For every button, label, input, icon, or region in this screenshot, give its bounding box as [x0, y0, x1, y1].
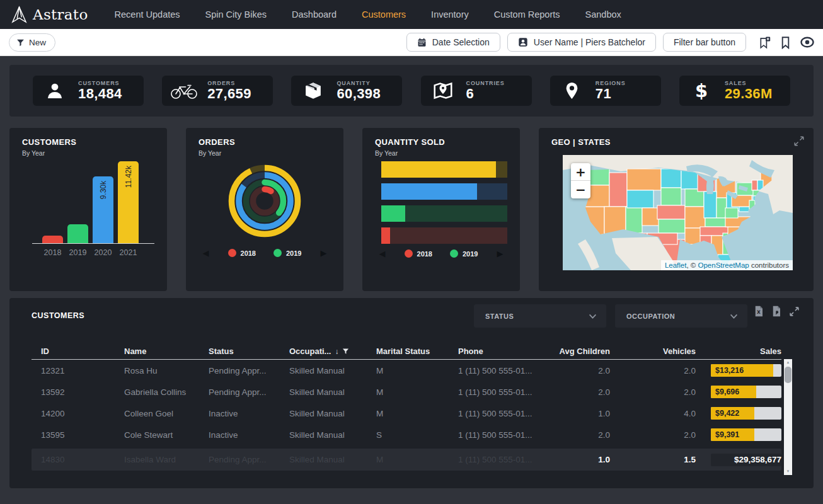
cell-avg-children: 1.0: [555, 409, 610, 418]
kpi-card-countries: COUNTRIES6: [421, 76, 532, 106]
nav-item-spin-city-bikes[interactable]: Spin City Bikes: [205, 9, 267, 20]
legend-item-2018[interactable]: 2018: [228, 249, 256, 257]
table-header-row: IDNameStatusOccupati...↓Marital StatusPh…: [32, 343, 781, 360]
ghost-marital: M: [376, 455, 458, 464]
legend-prev-arrow[interactable]: ◀: [379, 249, 386, 258]
nav-item-custom-reports[interactable]: Custom Reports: [494, 9, 560, 20]
col-header-vehicles[interactable]: Vehicles: [610, 346, 696, 356]
cell-vehicles: 2.0: [610, 387, 696, 397]
nav-item-sandbox[interactable]: Sandbox: [585, 9, 621, 20]
hbar-2020[interactable]: [381, 183, 507, 200]
total-sales: $29,358,677: [711, 454, 781, 466]
attribution-suffix: contributors: [749, 261, 789, 269]
scroll-up-arrow[interactable]: ▲: [786, 360, 790, 365]
col-header-id[interactable]: ID: [32, 346, 124, 356]
leaflet-map[interactable]: + − Leaflet, © OpenStreetMap contributor…: [563, 155, 793, 270]
occupation-filter-label: OCCUPATION: [626, 312, 675, 320]
hbar-2018[interactable]: [381, 227, 507, 244]
kpi-value: 60,398: [337, 86, 381, 101]
table-row[interactable]: 12321Rosa HuPending Appr...Skilled Manua…: [32, 360, 781, 381]
ghost-phone: 1 (11) 500 555-01...: [458, 455, 555, 464]
hbar-2019[interactable]: [381, 205, 507, 222]
nav-item-dashboard[interactable]: Dashboard: [292, 9, 337, 20]
legend-item-2018[interactable]: 2018: [405, 249, 432, 258]
date-selection-label: Date Selection: [432, 37, 490, 47]
leaflet-link[interactable]: Leaflet: [665, 261, 687, 269]
filter-bar-button[interactable]: Filter bar button: [663, 33, 746, 52]
chart-title: CUSTOMERS: [9, 128, 167, 147]
col-header-occupati[interactable]: Occupati...↓: [289, 346, 376, 356]
cell-occupation: Skilled Manual: [289, 387, 376, 397]
zoom-out-button[interactable]: −: [571, 181, 590, 198]
new-filter-button[interactable]: New: [9, 33, 55, 52]
bar-2021[interactable]: 11.42k: [118, 161, 139, 243]
bookmark-icon[interactable]: [780, 36, 791, 49]
col-header-name[interactable]: Name: [124, 346, 209, 356]
chart-subtitle: By Year: [186, 147, 343, 157]
sales-value: $13,216: [715, 364, 744, 377]
bar-2018[interactable]: [42, 236, 63, 243]
col-header-phone[interactable]: Phone: [458, 346, 555, 356]
nav-item-inventory[interactable]: Inventory: [431, 9, 469, 20]
table-scrollbar[interactable]: ▲ ▼: [784, 359, 792, 475]
export-csv-icon[interactable]: [771, 306, 781, 317]
sales-bar: $13,216: [711, 364, 781, 377]
expand-icon[interactable]: [789, 306, 800, 317]
occupation-filter-dropdown[interactable]: OCCUPATION: [615, 304, 747, 328]
attribution-separator: , ©: [686, 261, 698, 269]
table-row[interactable]: 13595Cole StewartInactiveSkilled ManualS…: [32, 424, 781, 445]
col-header-avg-children[interactable]: Avg Children: [555, 346, 610, 356]
zoom-in-button[interactable]: +: [571, 163, 590, 181]
date-selection-button[interactable]: Date Selection: [406, 33, 500, 52]
sales-bar: $9,422: [711, 407, 781, 420]
table-row[interactable]: 13592Gabriella CollinsPending Appr...Ski…: [32, 381, 781, 403]
cell-status: Pending Appr...: [209, 387, 289, 397]
nav-item-recent-updates[interactable]: Recent Updates: [115, 9, 180, 20]
legend-prev-arrow[interactable]: ◀: [203, 249, 209, 257]
cell-phone: 1 (11) 500 555-01...: [458, 430, 555, 440]
legend-item-2019[interactable]: 2019: [450, 249, 478, 258]
table-filters: STATUS OCCUPATION: [474, 304, 747, 328]
sales-bar: $9,391: [711, 428, 781, 441]
astrato-logo-icon: [11, 6, 27, 24]
scroll-down-arrow[interactable]: ▼: [786, 469, 790, 474]
top-nav: Astrato Recent UpdatesSpin City BikesDas…: [0, 0, 823, 29]
x-tick-2019: 2019: [67, 248, 88, 257]
bar-2020[interactable]: 9.30k: [93, 176, 113, 243]
table-actions: X: [754, 306, 800, 317]
geo-header: GEO | STATES: [539, 128, 814, 147]
geo-map-panel: GEO | STATES: [539, 128, 814, 291]
hbar-2021[interactable]: [381, 161, 507, 178]
dollar-icon: $: [688, 81, 715, 100]
legend-next-arrow[interactable]: ▶: [497, 249, 503, 258]
hbar-fill: [381, 161, 496, 178]
kpi-value: 71: [596, 86, 626, 101]
orders-chart-panel: ORDERS By Year ◀20182019▶: [186, 128, 343, 291]
col-header-marital-status[interactable]: Marital Status: [376, 346, 458, 356]
nav-item-customers[interactable]: Customers: [362, 9, 406, 20]
export-excel-icon[interactable]: X: [754, 306, 764, 317]
legend-next-arrow[interactable]: ▶: [320, 249, 326, 257]
brand-logo[interactable]: Astrato: [11, 6, 88, 24]
kpi-value: 18,484: [78, 86, 122, 101]
map-zoom-control: + −: [571, 163, 590, 198]
eye-icon[interactable]: [800, 37, 814, 48]
kpi-card-orders: ORDERS27,659: [162, 76, 273, 106]
bar-2019[interactable]: [67, 224, 88, 243]
kpi-value: 6: [466, 86, 505, 101]
status-filter-dropdown[interactable]: STATUS: [474, 304, 606, 328]
table-row[interactable]: 14200Colleen GoelInactiveSkilled ManualM…: [32, 403, 781, 424]
orders-radial-chart[interactable]: [226, 162, 304, 240]
scrollbar-thumb[interactable]: [785, 367, 791, 383]
legend-item-2019[interactable]: 2019: [273, 249, 301, 257]
openstreetmap-link[interactable]: OpenStreetMap: [698, 261, 749, 269]
col-header-sales[interactable]: Sales: [696, 346, 781, 356]
user-name-button[interactable]: User Name | Piers Batchelor: [507, 33, 656, 52]
col-header-status[interactable]: Status: [209, 346, 289, 356]
expand-icon[interactable]: [793, 135, 805, 147]
toolbar-right: Date Selection User Name | Piers Batchel…: [406, 33, 814, 52]
table-body: 12321Rosa HuPending Appr...Skilled Manua…: [32, 360, 781, 445]
us-states-map[interactable]: [563, 155, 793, 270]
bookmark-add-icon[interactable]: [759, 36, 771, 49]
cell-id: 12321: [32, 366, 124, 375]
